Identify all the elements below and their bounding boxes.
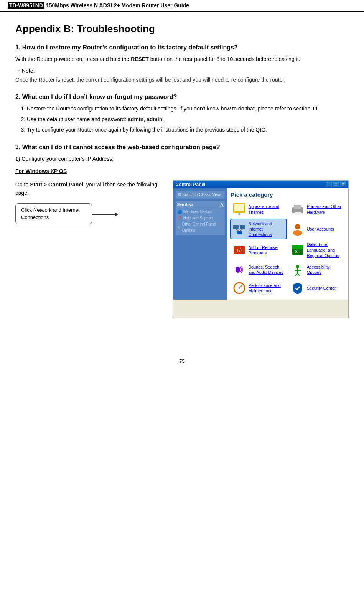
category-date[interactable]: 31 Date, Time, Language, and Regional Op… [289, 240, 344, 260]
svg-rect-7 [240, 225, 245, 229]
callout-line [92, 214, 115, 215]
windows-update-icon: 🔵 [177, 209, 182, 215]
section-1: 1. How do I restore my Router’s configur… [15, 44, 349, 84]
add-remove-label: Add or Remove Programs [249, 245, 285, 256]
callout-text: Click Network and Internet Connections [21, 207, 79, 220]
svg-rect-6 [233, 225, 239, 229]
svg-rect-8 [237, 231, 242, 234]
svg-line-10 [239, 229, 243, 231]
model-name: TD-W8951ND [8, 2, 44, 9]
minimize-button[interactable]: _ [326, 182, 332, 187]
section-3: 3. What can I do if I cannot access the … [15, 144, 349, 318]
xp-titlebar-buttons: _ □ ✕ [326, 182, 346, 187]
performance-label: Performance and Maintenance [249, 283, 285, 294]
category-add-remove[interactable]: +/- Add or Remove Programs [231, 240, 286, 260]
callout-box: Click Network and Internet Connections [15, 203, 92, 224]
xp-main-area: Pick a category Appearance and Themes [227, 188, 348, 300]
callout-container: Click Network and Internet Connections [15, 203, 165, 224]
category-appearance[interactable]: Appearance and Themes [231, 201, 286, 218]
category-security[interactable]: Security Center [289, 280, 344, 297]
date-icon: 31 [291, 243, 305, 257]
svg-line-9 [236, 229, 239, 231]
list-item: Try to configure your Router once again … [27, 125, 349, 135]
xp-sidebar: 🖥 Switch to Classic View See Also ⋀ 🔵 Wi… [173, 188, 227, 300]
svg-point-18 [236, 267, 240, 273]
xp-titlebar: Control Panel _ □ ✕ [173, 181, 348, 188]
see-also-label: See Also [177, 203, 193, 207]
xp-sidebar-see-also: See Also ⋀ 🔵 Windows Update ❓ Help and S… [176, 201, 225, 235]
section-3-sub: 1) Configure your computer’s IP Address. [15, 155, 349, 163]
access-label: Accessibility Options [307, 264, 343, 275]
svg-text:31: 31 [295, 249, 300, 254]
add-remove-icon: +/- [232, 243, 246, 257]
section-1-heading: 1. How do I restore my Router’s configur… [15, 44, 349, 51]
svg-point-2 [238, 213, 240, 215]
switch-view-label: 🖥 Switch to Classic View [178, 193, 221, 197]
svg-point-12 [293, 230, 302, 236]
note-block: ☞ Note: Once the Router is reset, the cu… [15, 68, 349, 84]
printers-label: Printers and Other Hardware [307, 204, 343, 215]
category-sounds[interactable]: Sounds, Speech, and Audio Devices [231, 261, 286, 278]
note-text: Once the Router is reset, the current co… [15, 76, 349, 84]
xp-title: Control Panel [176, 182, 206, 187]
svg-line-22 [295, 273, 298, 276]
access-icon [291, 263, 305, 277]
note-label: ☞ Note: [15, 68, 349, 74]
callout-arrowhead [115, 213, 118, 216]
sidebar-link-windows-update[interactable]: 🔵 Windows Update [177, 209, 223, 215]
svg-rect-16 [292, 245, 303, 249]
other-label: Other Control Panel Options [182, 221, 223, 234]
network-label: Network and Internet Connections [249, 221, 285, 237]
section-1-body: With the Router powered on, press and ho… [15, 55, 349, 63]
page-title: Appendix B: Troubleshooting [15, 23, 349, 35]
help-icon: ❓ [177, 215, 182, 221]
other-icon: ⚙ [177, 224, 181, 231]
svg-rect-4 [294, 205, 301, 209]
users-label: User Accounts [307, 226, 334, 232]
svg-line-23 [298, 273, 300, 276]
sidebar-link-help[interactable]: ❓ Help and Support [177, 215, 223, 221]
maximize-button[interactable]: □ [333, 182, 339, 187]
windows-xp-heading: For Windows XP OS [15, 168, 67, 174]
windows-update-label: Windows Update [183, 209, 212, 215]
performance-icon [232, 281, 246, 295]
section-2-heading: 2. What can I do if I don’t know or forg… [15, 94, 349, 100]
see-also-title: See Also ⋀ [177, 203, 223, 208]
list-item: Restore the Router's configuration to it… [27, 104, 349, 114]
category-access[interactable]: Accessibility Options [289, 261, 344, 278]
sidebar-link-other[interactable]: ⚙ Other Control Panel Options [177, 221, 223, 234]
page-number: 75 [179, 358, 184, 364]
section-2: 2. What can I do if I don’t know or forg… [15, 94, 349, 135]
svg-rect-5 [295, 212, 301, 215]
network-icon [232, 222, 246, 236]
section-3-heading: 3. What can I do if I cannot access the … [15, 144, 349, 151]
xp-categories: Appearance and Themes Printers and Other… [231, 201, 344, 297]
header-title: 150Mbps Wireless N ADSL2+ Modem Router U… [46, 2, 189, 8]
page-header: TD-W8951ND150Mbps Wireless N ADSL2+ Mode… [0, 0, 364, 12]
category-network[interactable]: Network and Internet Connections [231, 219, 286, 239]
xp-text-col: Go to Start > Control Panel, you will th… [15, 180, 165, 224]
svg-point-19 [296, 265, 299, 268]
printers-icon [291, 203, 305, 216]
users-icon [291, 222, 305, 236]
svg-point-26 [239, 287, 240, 289]
security-label: Security Center [307, 285, 336, 291]
see-also-chevron: ⋀ [220, 203, 223, 207]
xp-sidebar-switch[interactable]: 🖥 Switch to Classic View [176, 191, 225, 199]
category-printers[interactable]: Printers and Other Hardware [289, 201, 344, 218]
main-content: Appendix B: Troubleshooting 1. How do I … [0, 19, 364, 343]
svg-point-11 [295, 224, 300, 229]
category-users[interactable]: User Accounts [289, 219, 344, 239]
close-button[interactable]: ✕ [340, 182, 346, 187]
xp-main-title: Pick a category [231, 191, 344, 198]
xp-row: Go to Start > Control Panel, you will th… [15, 180, 349, 318]
svg-text:+/-: +/- [236, 247, 242, 253]
help-label: Help and Support [183, 215, 213, 221]
appearance-label: Appearance and Themes [249, 204, 285, 215]
security-icon [291, 281, 305, 295]
header-brand: TD-W8951ND150Mbps Wireless N ADSL2+ Mode… [8, 2, 189, 8]
appearance-icon [232, 203, 246, 216]
category-performance[interactable]: Performance and Maintenance [231, 280, 286, 297]
xp-intro-text: Go to Start > Control Panel, you will th… [15, 180, 165, 198]
xp-body: 🖥 Switch to Classic View See Also ⋀ 🔵 Wi… [173, 188, 348, 300]
